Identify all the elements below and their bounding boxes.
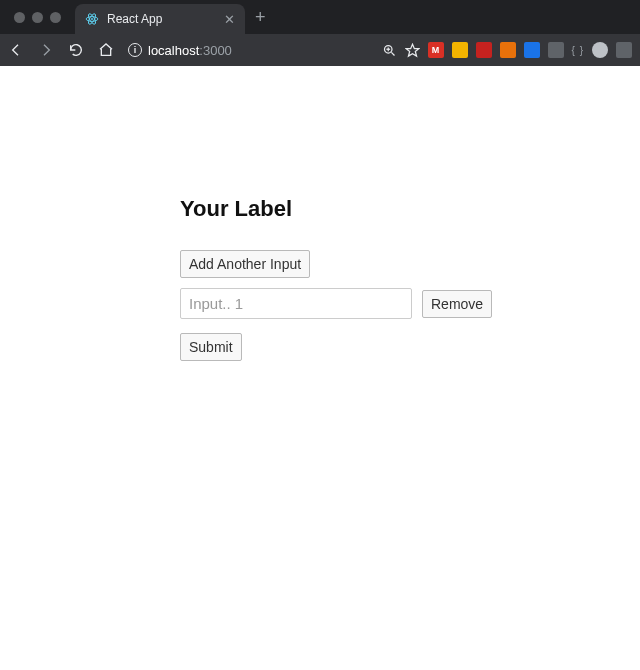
star-icon[interactable] [405,43,420,58]
forward-icon[interactable] [38,42,54,58]
url-port: :3000 [199,43,232,58]
svg-point-3 [91,18,93,20]
browser-toolbar: i localhost:3000 M { } [0,34,640,66]
url-text: localhost:3000 [148,43,232,58]
submit-row: Submit [180,333,600,361]
traffic-minimize-icon[interactable] [32,12,43,23]
site-info-icon[interactable]: i [128,43,142,57]
tab-strip: React App ✕ + [0,0,640,34]
react-favicon-icon [85,12,99,26]
window-traffic-lights [14,12,61,23]
browser-chrome: React App ✕ + i localhost:3000 M [0,0,640,66]
traffic-maximize-icon[interactable] [50,12,61,23]
extension-icon[interactable] [500,42,516,58]
dynamic-text-input[interactable] [180,288,412,319]
input-row: Remove [180,288,600,319]
browser-tab[interactable]: React App ✕ [75,4,245,34]
new-tab-icon[interactable]: + [255,7,266,28]
tab-close-icon[interactable]: ✕ [224,12,235,27]
toolbar-right-icons: M { } [382,42,632,58]
extension-icon[interactable] [476,42,492,58]
url-host: localhost [148,43,199,58]
add-input-button[interactable]: Add Another Input [180,250,310,278]
extension-icon[interactable] [548,42,564,58]
extension-icon[interactable]: M [428,42,444,58]
submit-button[interactable]: Submit [180,333,242,361]
traffic-close-icon[interactable] [14,12,25,23]
svg-line-5 [391,52,394,55]
page-content: Your Label Add Another Input Remove Subm… [0,196,640,361]
reload-icon[interactable] [68,42,84,58]
back-icon[interactable] [8,42,24,58]
form-container: Your Label Add Another Input Remove Subm… [180,196,600,361]
nav-buttons [8,42,114,58]
extension-icon[interactable] [524,42,540,58]
tab-title: React App [107,12,216,26]
devtools-icon[interactable]: { } [572,45,584,56]
zoom-icon[interactable] [382,43,397,58]
home-icon[interactable] [98,42,114,58]
remove-button[interactable]: Remove [422,290,492,318]
address-bar[interactable]: i localhost:3000 [128,43,232,58]
extension-icon[interactable] [452,42,468,58]
svg-marker-8 [406,44,419,56]
profile-avatar-icon[interactable] [592,42,608,58]
page-title: Your Label [180,196,600,222]
extension-icon[interactable] [616,42,632,58]
